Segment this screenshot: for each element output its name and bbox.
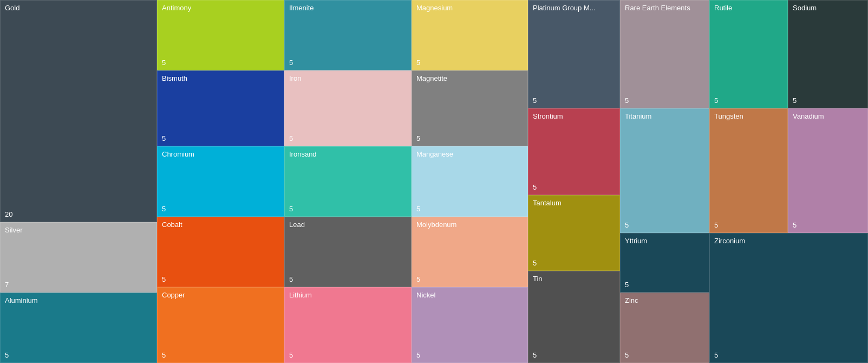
cell-lead[interactable]: Lead5: [284, 217, 412, 287]
cell-value-titanium: 5: [625, 221, 704, 229]
cell-rare-earth[interactable]: Rare Earth Elements5: [620, 0, 709, 108]
cell-value-ilmenite: 5: [289, 59, 407, 67]
cell-label-titanium: Titanium: [625, 112, 704, 120]
cell-gold[interactable]: Gold20: [0, 0, 157, 222]
cell-label-lead: Lead: [289, 221, 407, 229]
cell-label-gold: Gold: [5, 4, 152, 12]
cell-value-zinc: 5: [625, 351, 704, 359]
cell-value-lithium: 5: [289, 351, 407, 359]
cell-manganese[interactable]: Manganese5: [412, 146, 528, 217]
cell-label-bismuth: Bismuth: [162, 74, 279, 82]
cell-label-rare-earth: Rare Earth Elements: [625, 4, 704, 12]
cell-label-manganese: Manganese: [416, 150, 523, 158]
cell-label-molybdenum: Molybdenum: [416, 221, 523, 229]
cell-bismuth[interactable]: Bismuth5: [157, 70, 284, 146]
cell-label-strontium: Strontium: [533, 112, 615, 120]
treemap: Gold20Silver7Aluminium5Antimony5Bismuth5…: [0, 0, 868, 363]
cell-label-ilmenite: Ilmenite: [289, 4, 407, 12]
cell-label-platinum: Platinum Group M...: [533, 4, 615, 12]
cell-label-zirconium: Zirconium: [714, 237, 863, 245]
cell-label-silver: Silver: [5, 226, 152, 234]
cell-value-tungsten: 5: [714, 221, 783, 229]
cell-magnetite[interactable]: Magnetite5: [412, 70, 528, 146]
cell-label-cobalt: Cobalt: [162, 221, 279, 229]
cell-label-tin: Tin: [533, 275, 615, 283]
cell-value-magnesium: 5: [416, 59, 523, 67]
cell-value-cobalt: 5: [162, 275, 279, 283]
cell-zirconium[interactable]: Zirconium5: [709, 233, 868, 363]
cell-label-lithium: Lithium: [289, 291, 407, 299]
cell-label-iron: Iron: [289, 74, 407, 82]
cell-value-lead: 5: [289, 275, 407, 283]
cell-platinum[interactable]: Platinum Group M...5: [528, 0, 620, 108]
cell-value-magnetite: 5: [416, 134, 523, 142]
cell-label-magnetite: Magnetite: [416, 74, 523, 82]
cell-label-tantalum: Tantalum: [533, 199, 615, 207]
cell-silver[interactable]: Silver7: [0, 222, 157, 293]
cell-value-rutile: 5: [714, 96, 783, 105]
cell-label-chromium: Chromium: [162, 150, 279, 158]
cell-value-zirconium: 5: [714, 351, 863, 359]
cell-tantalum[interactable]: Tantalum5: [528, 195, 620, 271]
cell-value-yttrium: 5: [625, 281, 704, 289]
cell-label-antimony: Antimony: [162, 4, 279, 12]
cell-value-chromium: 5: [162, 205, 279, 213]
cell-value-aluminium: 5: [5, 351, 152, 359]
cell-value-molybdenum: 5: [416, 275, 523, 283]
cell-label-rutile: Rutile: [714, 4, 783, 12]
cell-aluminium[interactable]: Aluminium5: [0, 293, 157, 363]
cell-value-copper: 5: [162, 351, 279, 359]
cell-label-vanadium: Vanadium: [793, 112, 863, 120]
cell-label-ironsand: Ironsand: [289, 150, 407, 158]
cell-zinc[interactable]: Zinc5: [620, 293, 709, 363]
cell-antimony[interactable]: Antimony5: [157, 0, 284, 70]
cell-value-gold: 20: [5, 210, 152, 218]
cell-value-bismuth: 5: [162, 134, 279, 142]
cell-value-vanadium: 5: [793, 221, 863, 229]
cell-rutile[interactable]: Rutile5: [709, 0, 788, 108]
cell-value-manganese: 5: [416, 205, 523, 213]
cell-tungsten[interactable]: Tungsten5: [709, 108, 788, 233]
cell-lithium[interactable]: Lithium5: [284, 287, 412, 363]
cell-cobalt[interactable]: Cobalt5: [157, 217, 284, 287]
cell-label-aluminium: Aluminium: [5, 296, 152, 304]
cell-iron[interactable]: Iron5: [284, 70, 412, 146]
cell-value-rare-earth: 5: [625, 96, 704, 105]
cell-label-nickel: Nickel: [416, 291, 523, 299]
cell-value-antimony: 5: [162, 59, 279, 67]
cell-titanium[interactable]: Titanium5: [620, 108, 709, 233]
cell-label-zinc: Zinc: [625, 296, 704, 304]
cell-value-nickel: 5: [416, 351, 523, 359]
cell-magnesium[interactable]: Magnesium5: [412, 0, 528, 70]
cell-label-tungsten: Tungsten: [714, 112, 783, 120]
cell-value-ironsand: 5: [289, 205, 407, 213]
cell-value-platinum: 5: [533, 96, 615, 105]
cell-chromium[interactable]: Chromium5: [157, 146, 284, 217]
cell-vanadium[interactable]: Vanadium5: [788, 108, 868, 233]
cell-value-silver: 7: [5, 281, 152, 289]
cell-value-tantalum: 5: [533, 259, 615, 267]
cell-value-iron: 5: [289, 134, 407, 142]
cell-strontium[interactable]: Strontium5: [528, 108, 620, 195]
cell-copper[interactable]: Copper5: [157, 287, 284, 363]
cell-ilmenite[interactable]: Ilmenite5: [284, 0, 412, 70]
cell-label-magnesium: Magnesium: [416, 4, 523, 12]
cell-value-tin: 5: [533, 351, 615, 359]
cell-yttrium[interactable]: Yttrium5: [620, 233, 709, 293]
cell-nickel[interactable]: Nickel5: [412, 287, 528, 363]
cell-ironsand[interactable]: Ironsand5: [284, 146, 412, 217]
cell-value-sodium: 5: [793, 96, 863, 105]
cell-label-copper: Copper: [162, 291, 279, 299]
cell-label-sodium: Sodium: [793, 4, 863, 12]
cell-label-yttrium: Yttrium: [625, 237, 704, 245]
cell-molybdenum[interactable]: Molybdenum5: [412, 217, 528, 287]
cell-sodium[interactable]: Sodium5: [788, 0, 868, 108]
cell-value-strontium: 5: [533, 183, 615, 191]
cell-tin[interactable]: Tin5: [528, 271, 620, 363]
